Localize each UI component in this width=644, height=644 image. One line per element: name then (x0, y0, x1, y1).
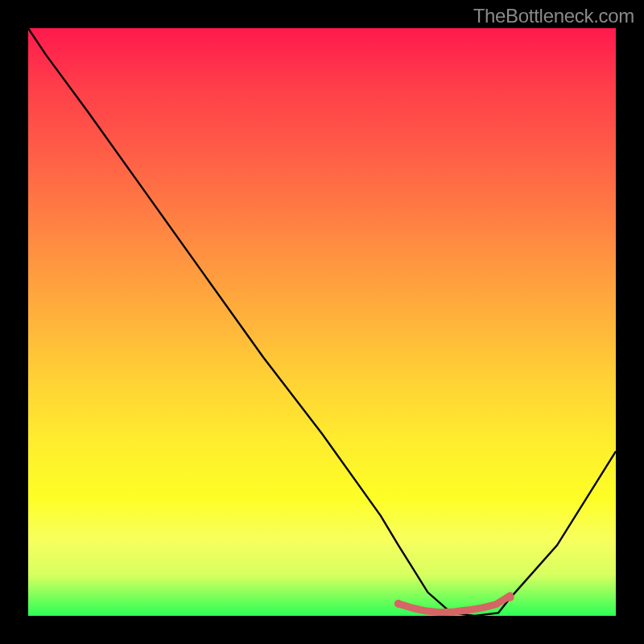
watermark-text: TheBottleneck.com (473, 5, 634, 27)
bottleneck-curve (28, 28, 616, 616)
marker-dot-left (394, 600, 402, 608)
minimum-marker (398, 596, 510, 613)
marker-dot-right (506, 593, 514, 601)
curve-path (28, 28, 616, 616)
chart-plot-area (28, 28, 616, 616)
